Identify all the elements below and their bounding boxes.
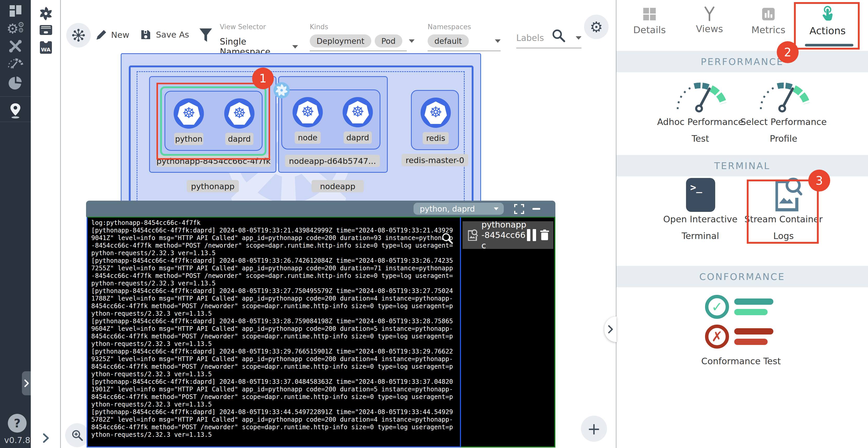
chevron-down-icon — [494, 207, 499, 210]
details-panel: Details Views Metrics Actions 2 — [616, 0, 868, 448]
settings-gears-icon[interactable]: ⚙ ⚙ ⚙ — [0, 23, 31, 37]
tools-icon[interactable] — [0, 39, 31, 53]
container-daprd[interactable]: ☸ — [343, 97, 373, 127]
namespaces-select[interactable]: Namespaces default — [428, 23, 501, 51]
labels-select[interactable]: Labels — [516, 33, 582, 48]
location-pin-icon[interactable] — [0, 103, 31, 119]
settings-gear-button[interactable]: ⚙ — [584, 14, 609, 39]
help-button[interactable]: ? — [8, 414, 27, 432]
log-output-pane[interactable]: log:pythonapp-8454cc66c-4f7fk [pythonapp… — [87, 217, 461, 447]
sidebar-expand-tab[interactable] — [22, 371, 31, 395]
sidebar-divider — [0, 122, 31, 122]
action-label[interactable]: Conformance Test — [691, 353, 790, 369]
gauge-icon — [756, 78, 811, 114]
save-icon — [140, 29, 151, 40]
rail-expand-chevron-icon[interactable] — [31, 433, 61, 443]
container-select-value: python, daprd — [420, 204, 475, 213]
section-conformance-header: CONFORMANCE — [616, 266, 868, 287]
pie-chart-icon[interactable] — [0, 76, 31, 90]
annotation-green-box — [160, 86, 267, 156]
container-node[interactable]: ☸ — [292, 97, 323, 127]
zoom-in-button[interactable] — [65, 423, 89, 447]
fullscreen-icon[interactable] — [514, 204, 524, 214]
views-fork-icon — [703, 6, 716, 21]
conformance-test-action[interactable]: ✓ ✗ — [705, 295, 773, 349]
log-line: log:pythonapp-8454cc66c-4f7fk — [91, 219, 456, 227]
filter-funnel-icon[interactable] — [199, 28, 212, 42]
details-grid-icon — [643, 7, 656, 21]
annotation-badge-2: 2 — [777, 41, 799, 63]
app-window: ⚙ ⚙ ⚙ — [0, 0, 868, 448]
container-label: node — [294, 131, 321, 144]
log-stream-tab[interactable]: pythonapp-8454cc66c — [463, 221, 553, 249]
archive-box-icon[interactable] — [31, 25, 61, 35]
pod-redis[interactable]: ☸ redis — [411, 90, 459, 150]
panel-collapse-tab[interactable] — [604, 317, 616, 342]
zoom-in-icon — [71, 429, 84, 442]
log-line: [pythonapp-8454cc66c-4f7fk:daprd] 2024-0… — [91, 408, 456, 439]
log-line: [pythonapp-8454cc66c-4f7fk:daprd] 2024-0… — [91, 257, 456, 287]
tab-views[interactable]: Views — [682, 0, 737, 50]
sidebar-divider — [0, 96, 31, 97]
stream-logs-icon — [467, 227, 478, 243]
dapr-logo-icon[interactable] — [31, 6, 61, 21]
interactive-terminal-icon[interactable]: >_ — [686, 178, 715, 212]
action-label[interactable]: Select Performance Profile — [734, 114, 833, 147]
log-streams-pane: pythonapp-8454cc66c — [461, 217, 555, 447]
terminal-header[interactable]: python, daprd — [86, 201, 555, 217]
conformance-fail-icon: ✗ — [705, 325, 773, 349]
chevron-down-icon — [495, 39, 501, 43]
container-redis[interactable]: ☸ — [421, 97, 451, 128]
pause-stream-button[interactable] — [527, 229, 536, 241]
chevron-down-icon — [409, 39, 414, 43]
save-as-label: Save As — [156, 30, 189, 40]
metrics-chart-icon — [762, 7, 775, 21]
log-line: [pythonapp-8454cc66c-4f7fk:daprd] 2024-0… — [91, 227, 456, 257]
save-as-button[interactable]: Save As — [140, 29, 189, 40]
kinds-select[interactable]: Kinds Deployment Pod — [310, 23, 407, 51]
pod-nodeapp[interactable]: ☸ ☸ node daprd — [281, 89, 380, 150]
add-button[interactable]: + — [581, 416, 607, 442]
delete-stream-icon[interactable] — [540, 228, 550, 242]
log-line: [pythonapp-8454cc66c-4f7fk:daprd] 2024-0… — [91, 318, 456, 348]
tab-label: Metrics — [751, 25, 785, 35]
network-graph-icon — [72, 29, 85, 42]
chevron-down-icon — [576, 36, 582, 40]
wa-label: WA — [41, 47, 51, 53]
container-label: daprd — [344, 131, 372, 144]
dashboard-grid-icon[interactable] — [0, 5, 31, 17]
chevron-down-icon — [292, 45, 298, 49]
log-search-icon[interactable] — [441, 232, 453, 244]
webassembly-icon[interactable]: WA — [31, 41, 61, 54]
chevron-right-icon — [608, 325, 613, 334]
performance-gauge-icon[interactable] — [0, 57, 31, 68]
container-select[interactable]: python, daprd — [413, 203, 504, 215]
namespaces-label: Namespaces — [428, 23, 501, 31]
pod-name-chip: nodeapp-d64b5747... — [285, 155, 380, 167]
log-line: [pythonapp-8454cc66c-4f7fk:daprd] 2024-0… — [91, 287, 456, 318]
dapr-sidecar-badge — [273, 82, 290, 100]
container-label: redis — [423, 132, 449, 144]
new-label: New — [111, 30, 129, 40]
kubernetes-icon: ☸ — [297, 101, 319, 123]
kind-chip[interactable]: Deployment — [310, 34, 371, 48]
tab-details[interactable]: Details — [622, 0, 677, 50]
kind-chip[interactable]: Pod — [375, 34, 402, 48]
view-selector-label: View Selector — [220, 23, 298, 31]
pencil-icon — [95, 29, 107, 41]
kinds-label: Kinds — [310, 23, 407, 31]
kubernetes-icon: ☸ — [346, 101, 369, 123]
namespace-chip[interactable]: default — [428, 34, 469, 48]
new-button[interactable]: New — [95, 29, 129, 41]
adhoc-performance-test-action[interactable] — [673, 78, 728, 115]
minimize-icon[interactable] — [532, 208, 540, 210]
select-performance-profile-action[interactable] — [756, 78, 811, 115]
search-icon[interactable] — [551, 28, 566, 43]
graph-layout-button[interactable] — [66, 23, 91, 48]
gauge-icon — [673, 78, 728, 114]
deployment-nodeapp[interactable]: ☸ ☸ node daprd nodeapp-d64b5747... — [278, 76, 388, 173]
annotation-badge-3: 3 — [808, 170, 830, 191]
tab-label: Details — [633, 25, 666, 35]
annotation-red-box-3 — [747, 180, 819, 244]
log-line: [pythonapp-8454cc66c-4f7fk:daprd] 2024-0… — [91, 378, 456, 408]
